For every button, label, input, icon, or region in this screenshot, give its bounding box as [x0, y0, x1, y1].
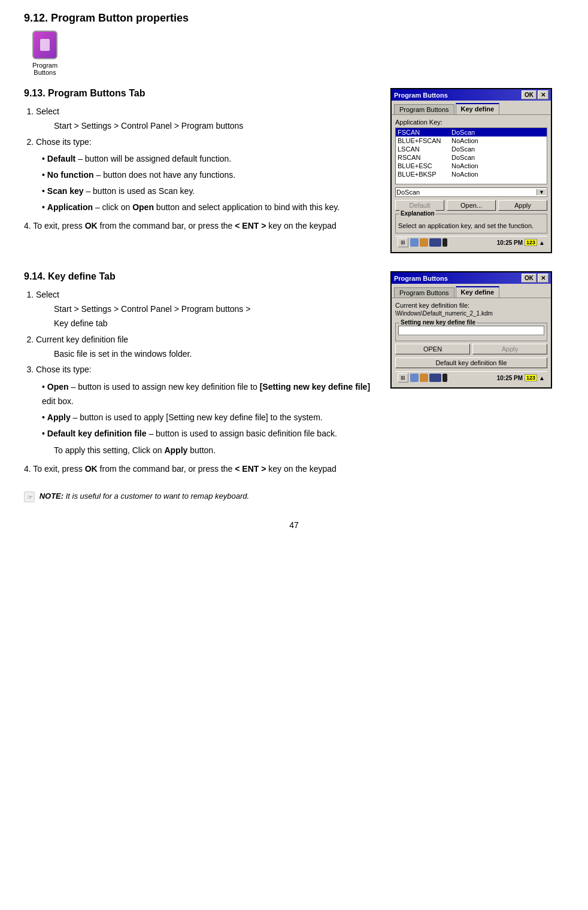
- dialog2-titlebar: Program Buttons OK ✕: [392, 272, 551, 284]
- program-buttons-label: ProgramButtons: [32, 62, 57, 76]
- dialog1-titlebar: Program Buttons OK ✕: [392, 89, 551, 101]
- note-icon: ☞: [24, 492, 35, 502]
- s14-step-1-path: Start > Settings > Control Panel > Progr…: [36, 302, 378, 317]
- taskbar-icons-group: [410, 238, 495, 247]
- dialog2-taskbar-icons: [410, 374, 495, 382]
- list-row-lscan[interactable]: LSCAN DoScan: [396, 145, 547, 153]
- dialog1-tab-program-buttons[interactable]: Program Buttons: [394, 104, 454, 114]
- type-application: Application – click on Open button and s…: [42, 201, 378, 215]
- dialog1-open-button[interactable]: Open...: [447, 200, 496, 211]
- s14-default-bold: Default key definition file: [47, 429, 147, 438]
- s14-setting-bold: [Setting new key define file]: [260, 382, 370, 392]
- taskbar-icon-2: [420, 238, 428, 247]
- dialog2-apply-button[interactable]: Apply: [472, 344, 547, 354]
- list-row-blue-esc[interactable]: BLUE+ESC NoAction: [396, 162, 547, 170]
- dialog2-tabs: Program Buttons Key define: [392, 284, 551, 298]
- dialog2-close-button[interactable]: ✕: [538, 274, 548, 283]
- dialog1-tab-key-define[interactable]: Key define: [456, 103, 500, 114]
- dialog2-current-file-label: Current key definition file:: [395, 302, 547, 309]
- dialog2-taskbar-num: 123: [525, 374, 537, 381]
- dialog1-listbox[interactable]: FSCAN DoScan BLUE+FSCAN NoAction LSCAN D…: [395, 128, 547, 184]
- s14-step-4-container: 4. To exit, press OK from the command ba…: [24, 464, 378, 474]
- dialog2-button-row1: OPEN Apply: [395, 344, 547, 354]
- type-list: Default – button will be assigned defaul…: [36, 152, 378, 214]
- s14-step-2: Current key definition file Basic file i…: [36, 333, 378, 362]
- dialog1-explanation-group: Explanation Select an application key, a…: [395, 214, 547, 233]
- list-row-blue-fscan[interactable]: BLUE+FSCAN NoAction: [396, 136, 547, 145]
- s14-type-default: Default key definition file – button is …: [42, 427, 378, 441]
- type-scankey: Scan key – button is used as Scan key.: [42, 184, 378, 199]
- dialog2-setting-input[interactable]: [398, 326, 544, 335]
- section-9-14-content: 9.14. Key define Tab Select Start > Sett…: [24, 271, 564, 474]
- s14-step-4-num: 4.: [24, 464, 33, 474]
- dialog1-ok-button[interactable]: OK: [522, 90, 537, 99]
- type-default-bold: Default: [47, 154, 75, 163]
- section-9-14-title: 9.14. Key define Tab: [24, 271, 378, 282]
- s14-type-apply: Apply – button is used to apply [Setting…: [42, 411, 378, 425]
- dialog2-title: Program Buttons: [394, 275, 448, 282]
- dialog2-signal-icon: [429, 374, 441, 382]
- dialog1-explanation-label: Explanation: [399, 210, 436, 217]
- taskbar-up-arrow-icon: ▲: [539, 239, 545, 246]
- list-key-fscan: FSCAN: [398, 129, 451, 136]
- dialog2-open-button[interactable]: OPEN: [395, 344, 470, 354]
- dialog2-default-button[interactable]: Default key definition file: [395, 357, 547, 368]
- s14-apply-note: To apply this setting, Click on Apply bu…: [36, 444, 378, 458]
- dialog1-taskbar-num: 123: [525, 239, 537, 246]
- taskbar-icon-1: [410, 238, 419, 247]
- note-text: It is useful for a customer to want to r…: [66, 492, 249, 501]
- list-row-fscan[interactable]: FSCAN DoScan: [396, 128, 547, 136]
- dialog1-apply-button[interactable]: Apply: [498, 200, 547, 211]
- dialog2-battery-icon: [442, 374, 447, 382]
- dialog1-dropdown-value: DoScan: [396, 189, 420, 196]
- dialog1-body: Application Key: FSCAN DoScan BLUE+FSCAN…: [392, 115, 551, 252]
- note-section: ☞ NOTE: It is useful for a customer to w…: [24, 492, 564, 502]
- start-button-icon[interactable]: ⊞: [398, 238, 408, 247]
- section-9-13: 9.13. Program Buttons Tab Select Start >…: [24, 88, 564, 253]
- s14-type-open: Open – button is used to assign new key …: [42, 380, 378, 409]
- type-application-bold: Application: [47, 202, 93, 212]
- dialog2-start-button-icon[interactable]: ⊞: [398, 373, 408, 383]
- s14-step-2-text: Basic file is set in the windows folder.: [36, 347, 378, 362]
- section-9-13-text: 9.13. Program Buttons Tab Select Start >…: [24, 88, 378, 230]
- list-key-lscan: LSCAN: [398, 145, 451, 153]
- step-1-path: Start > Settings > Control Panel > Progr…: [36, 119, 378, 134]
- list-row-blue-bksp[interactable]: BLUE+BKSP NoAction: [396, 170, 547, 178]
- type-nofunction: No function – button does not have any f…: [42, 168, 378, 183]
- step-4-num: 4.: [24, 221, 33, 230]
- section-9-12-title: 9.12. Program Button properties: [24, 12, 564, 25]
- dialog2-tab-key-define[interactable]: Key define: [456, 286, 500, 298]
- s14-open-bold: Open: [47, 382, 69, 392]
- list-val-blue-bksp: NoAction: [451, 171, 545, 178]
- dialog1-dropdown[interactable]: DoScan ▼: [395, 187, 547, 197]
- list-key-blue-fscan: BLUE+FSCAN: [398, 137, 451, 144]
- step-4-ok: OK: [85, 221, 98, 230]
- dialog1-screenshot: Program Buttons OK ✕ Program Buttons Key…: [390, 88, 564, 253]
- program-buttons-icon-area: ProgramButtons: [24, 31, 66, 76]
- type-scankey-bold: Scan key: [47, 186, 84, 196]
- dialog2-tab-program-buttons[interactable]: Program Buttons: [394, 287, 454, 298]
- section-9-14: 9.14. Key define Tab Select Start > Sett…: [24, 271, 564, 474]
- dialog2-titlebar-buttons: OK ✕: [522, 274, 548, 283]
- s14-type-list: Open – button is used to assign new key …: [36, 380, 378, 441]
- taskbar-signal-icon: [429, 238, 441, 247]
- dialog2-screenshot: Program Buttons OK ✕ Program Buttons Key…: [390, 271, 564, 389]
- s14-step-4-ent: < ENT >: [235, 464, 266, 474]
- dialog2-setting-group: Setting new key define file: [395, 323, 547, 341]
- step-1: Select Start > Settings > Control Panel …: [36, 105, 378, 134]
- section-9-13-content: 9.13. Program Buttons Tab Select Start >…: [24, 88, 564, 253]
- dialog1-taskbar-time: 10:25 PM: [497, 239, 523, 246]
- dialog1-app-key-label: Application Key:: [395, 119, 547, 126]
- dialog2-up-arrow-icon: ▲: [539, 375, 545, 381]
- dialog1-close-button[interactable]: ✕: [538, 90, 548, 99]
- section-9-13-steps: Select Start > Settings > Control Panel …: [24, 105, 378, 215]
- list-key-rscan: RSCAN: [398, 154, 451, 161]
- list-row-rscan[interactable]: RSCAN DoScan: [396, 153, 547, 162]
- list-val-blue-esc: NoAction: [451, 162, 545, 169]
- s14-step-4-ok: OK: [85, 464, 98, 474]
- section-9-13-title: 9.13. Program Buttons Tab: [24, 88, 378, 99]
- dialog2: Program Buttons OK ✕ Program Buttons Key…: [390, 271, 552, 389]
- dialog2-ok-button[interactable]: OK: [522, 274, 537, 283]
- dialog1-default-button[interactable]: Default: [395, 200, 444, 211]
- list-key-blue-bksp: BLUE+BKSP: [398, 171, 451, 178]
